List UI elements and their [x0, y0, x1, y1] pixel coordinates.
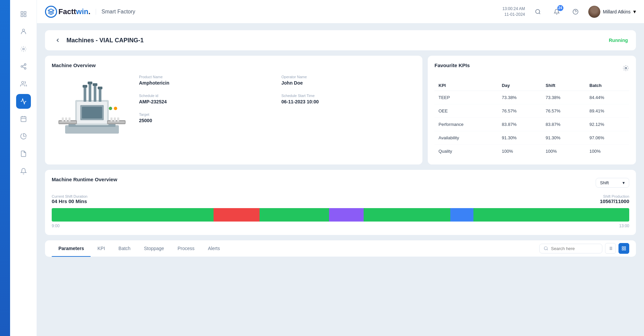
search-button[interactable]	[532, 6, 544, 18]
runtime-card: Machine Runtime Overview Shift ▾ Current…	[45, 170, 636, 235]
kpi-cell-kpi: Quality	[434, 145, 498, 158]
search-input-wrapper[interactable]	[539, 244, 602, 253]
tab-alerts[interactable]: Alerts	[201, 240, 227, 256]
header-right: 13:00:24 AM 11-01-2024 24	[502, 6, 636, 18]
shift-select[interactable]: Shift ▾	[596, 178, 629, 188]
svg-rect-26	[84, 87, 86, 102]
kpi-cell-shift: 91.30%	[542, 131, 585, 145]
sidebar-item-team[interactable]	[16, 77, 31, 91]
status-badge: Running	[609, 38, 628, 43]
runtime-info: Current Shift Duration 04 Hrs 00 Mins Sh…	[52, 194, 629, 204]
svg-rect-41	[110, 117, 112, 122]
svg-rect-3	[24, 15, 26, 17]
sidebar-item-calendar[interactable]	[16, 111, 31, 126]
svg-rect-40	[68, 117, 71, 122]
svg-rect-37	[108, 121, 125, 123]
list-view-button[interactable]	[605, 243, 616, 254]
sidebar-item-users[interactable]	[16, 24, 31, 39]
kpi-card-header: Favourite KPIs	[434, 62, 629, 75]
help-button[interactable]	[569, 6, 582, 18]
header-date-value: 11-01-2024	[502, 12, 525, 17]
kpi-cell-day: 73.38%	[498, 91, 542, 104]
kpi-table-row: Availability91.30%91.30%97.06%	[434, 131, 629, 145]
notification-badge: 24	[557, 5, 563, 11]
kpi-cell-shift: 100%	[542, 145, 585, 158]
shift-col-header: Shift	[542, 80, 585, 91]
kpi-cell-kpi: Availability	[434, 131, 498, 145]
logo-area: Facttwin. Smart Factory	[45, 6, 135, 18]
sidebar-item-doc[interactable]	[16, 146, 31, 161]
machine-image	[52, 75, 132, 142]
svg-rect-33	[98, 87, 102, 89]
tab-stoppage[interactable]: Stoppage	[137, 240, 171, 256]
tab-kpi[interactable]: KPI	[91, 240, 112, 256]
search-input[interactable]	[551, 246, 598, 251]
target-item: Target 25000	[139, 112, 273, 123]
back-button[interactable]	[53, 36, 62, 45]
kpi-cell-day: 91.30%	[498, 131, 542, 145]
app-title: Smart Factory	[96, 9, 135, 15]
svg-point-8	[24, 67, 26, 69]
sidebar-item-share[interactable]	[16, 59, 31, 74]
kpi-settings-button[interactable]	[623, 65, 629, 73]
runtime-title: Machine Runtime Overview	[52, 177, 117, 182]
svg-rect-55	[622, 247, 624, 248]
sidebar-item-bell[interactable]	[16, 164, 31, 179]
svg-point-16	[536, 9, 540, 13]
notification-button[interactable]: 24	[551, 6, 563, 18]
svg-point-5	[22, 48, 24, 50]
kpi-cell-day: 76.57%	[498, 104, 542, 118]
duration-value: 04 Hrs 00 Mins	[52, 198, 87, 204]
svg-line-17	[539, 13, 540, 14]
page-content: Machines - VIAL CAPING-1 Running Machine…	[37, 23, 644, 336]
svg-point-7	[21, 66, 22, 67]
sidebar-item-grid[interactable]	[16, 7, 31, 21]
timeline-segment	[329, 208, 364, 222]
svg-line-48	[547, 249, 548, 250]
kpi-cell-batch: 84.44%	[586, 91, 629, 104]
svg-point-6	[24, 64, 26, 65]
schedule-id-label: Schedule id	[139, 94, 273, 98]
svg-line-9	[22, 67, 25, 68]
tab-process[interactable]: Process	[171, 240, 201, 256]
kpi-table-row: TEEP73.38%73.38%84.44%	[434, 91, 629, 104]
kpi-table-row: OEE76.57%76.57%89.41%	[434, 104, 629, 118]
shift-chevron-icon: ▾	[623, 180, 625, 185]
kpi-cell-kpi: Performance	[434, 118, 498, 131]
schedule-start-value: 06-11-2023 10:00	[281, 99, 416, 104]
svg-rect-28	[94, 85, 96, 102]
left-rail	[0, 0, 10, 336]
header-time: 13:00:24 AM 11-01-2024	[502, 6, 525, 17]
header-time-value: 13:00:24 AM	[502, 6, 525, 12]
schedule-start-item: Schedule Start Time 06-11-2023 10:00	[281, 94, 416, 104]
kpi-cell-kpi: TEEP	[434, 91, 498, 104]
tabs-container: ParametersKPIBatchStoppageProcessAlerts	[52, 240, 227, 256]
sidebar-item-settings[interactable]	[16, 42, 31, 56]
kpi-cell-shift: 76.57%	[542, 104, 585, 118]
kpi-cell-batch: 89.41%	[586, 104, 629, 118]
timeline-labels: 9:00 13:00	[52, 224, 629, 228]
production-label: Shift Production	[600, 194, 629, 198]
timeline-bar	[52, 208, 629, 222]
schedule-id-item: Schedule id AMP-232524	[139, 94, 273, 104]
sidebar-item-chart[interactable]	[16, 94, 31, 109]
day-col-header: Day	[498, 80, 542, 91]
svg-rect-29	[99, 88, 101, 102]
user-name: Millard Atkins	[603, 9, 631, 14]
svg-point-44	[109, 107, 112, 110]
breadcrumb-title: Machines - VIAL CAPING-1	[66, 37, 144, 44]
svg-rect-25	[82, 107, 102, 118]
timeline-segment	[260, 208, 329, 222]
svg-rect-31	[88, 82, 92, 84]
kpi-table-row: Performance83.87%83.87%92.12%	[434, 118, 629, 131]
duration-label: Current Shift Duration	[52, 194, 87, 198]
product-name-item: Product Name Amphotericin	[139, 75, 273, 86]
svg-point-47	[544, 247, 547, 250]
user-profile[interactable]: Millard Atkins ▾	[588, 6, 636, 18]
tab-batch[interactable]: Batch	[112, 240, 137, 256]
svg-rect-43	[117, 117, 119, 122]
grid-view-button[interactable]	[618, 243, 629, 254]
kpi-table: KPI Day Shift Batch TEEP73.38%73.38%84.4…	[434, 80, 629, 158]
sidebar-item-pie[interactable]	[16, 129, 31, 144]
tab-parameters[interactable]: Parameters	[52, 240, 91, 256]
